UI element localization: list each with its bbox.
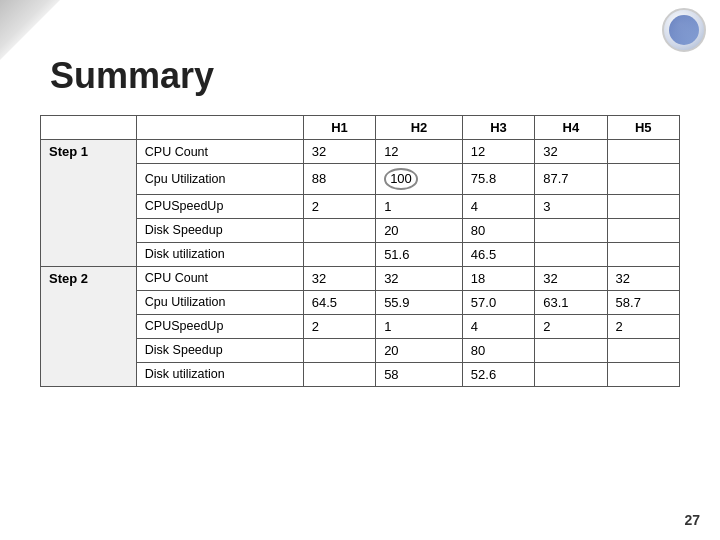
- table-row: Disk utilization 58 52.6: [41, 362, 680, 386]
- header-empty-step: [41, 116, 137, 140]
- s1-cpu-count-h3: 12: [462, 140, 534, 164]
- header-h2: H2: [376, 116, 463, 140]
- s1-cpu-util-h5: [607, 164, 679, 195]
- summary-table: H1 H2 H3 H4 H5 Step 1 CPU Count 32 12 12…: [40, 115, 680, 387]
- s1-disk-speedup-h2: 20: [376, 218, 463, 242]
- s2-disk-util-h4: [535, 362, 607, 386]
- header-h3: H3: [462, 116, 534, 140]
- metric-cpu-speedup-s2: CPUSpeedUp: [136, 314, 303, 338]
- s2-disk-speedup-h3: 80: [462, 338, 534, 362]
- metric-cpu-speedup-s1: CPUSpeedUp: [136, 194, 303, 218]
- metric-cpu-util-s1: Cpu Utilization: [136, 164, 303, 195]
- page-number: 27: [684, 512, 700, 528]
- header-h1: H1: [303, 116, 375, 140]
- s1-disk-util-h5: [607, 242, 679, 266]
- table-row: Cpu Utilization 88 100 75.8 87.7: [41, 164, 680, 195]
- s2-disk-speedup-h4: [535, 338, 607, 362]
- s1-disk-util-h1: [303, 242, 375, 266]
- header-empty-metric: [136, 116, 303, 140]
- step1-label: Step 1: [41, 140, 137, 267]
- s2-cpu-count-h1: 32: [303, 266, 375, 290]
- table-header-row: H1 H2 H3 H4 H5: [41, 116, 680, 140]
- s1-cpu-count-h5: [607, 140, 679, 164]
- metric-cpu-util-s2: Cpu Utilization: [136, 290, 303, 314]
- s1-cpu-count-h4: 32: [535, 140, 607, 164]
- s1-disk-speedup-h4: [535, 218, 607, 242]
- s2-cpu-util-h1: 64.5: [303, 290, 375, 314]
- metric-disk-util-s1: Disk utilization: [136, 242, 303, 266]
- table-row: Step 1 CPU Count 32 12 12 32: [41, 140, 680, 164]
- s1-disk-util-h2: 51.6: [376, 242, 463, 266]
- s1-cpu-util-h3: 75.8: [462, 164, 534, 195]
- s1-cpu-util-h1: 88: [303, 164, 375, 195]
- s1-disk-speedup-h1: [303, 218, 375, 242]
- step2-label: Step 2: [41, 266, 137, 386]
- header-h5: H5: [607, 116, 679, 140]
- s2-cpu-count-h3: 18: [462, 266, 534, 290]
- s1-cpu-util-h4: 87.7: [535, 164, 607, 195]
- s1-cpu-util-h2: 100: [376, 164, 463, 195]
- s2-cpu-count-h2: 32: [376, 266, 463, 290]
- s2-cpu-util-h5: 58.7: [607, 290, 679, 314]
- s1-cpu-count-h1: 32: [303, 140, 375, 164]
- s2-cpu-speedup-h3: 4: [462, 314, 534, 338]
- s1-cpu-count-h2: 12: [376, 140, 463, 164]
- metric-cpu-count-s2: CPU Count: [136, 266, 303, 290]
- s2-disk-speedup-h5: [607, 338, 679, 362]
- s2-disk-util-h5: [607, 362, 679, 386]
- table-row: Cpu Utilization 64.5 55.9 57.0 63.1 58.7: [41, 290, 680, 314]
- table-row: Step 2 CPU Count 32 32 18 32 32: [41, 266, 680, 290]
- s1-cpu-speedup-h2: 1: [376, 194, 463, 218]
- s1-disk-util-h4: [535, 242, 607, 266]
- s2-cpu-speedup-h5: 2: [607, 314, 679, 338]
- s1-cpu-speedup-h1: 2: [303, 194, 375, 218]
- s1-cpu-speedup-h5: [607, 194, 679, 218]
- metric-disk-speedup-s1: Disk Speedup: [136, 218, 303, 242]
- s2-cpu-count-h5: 32: [607, 266, 679, 290]
- logo: [662, 8, 710, 56]
- s2-cpu-speedup-h1: 2: [303, 314, 375, 338]
- summary-table-container: H1 H2 H3 H4 H5 Step 1 CPU Count 32 12 12…: [40, 115, 680, 387]
- page-title: Summary: [50, 55, 214, 97]
- table-row: CPUSpeedUp 2 1 4 2 2: [41, 314, 680, 338]
- top-left-decoration: [0, 0, 60, 60]
- s2-cpu-util-h4: 63.1: [535, 290, 607, 314]
- s1-cpu-speedup-h4: 3: [535, 194, 607, 218]
- s1-disk-speedup-h3: 80: [462, 218, 534, 242]
- s2-disk-util-h2: 58: [376, 362, 463, 386]
- table-row: Disk Speedup 20 80: [41, 338, 680, 362]
- s2-cpu-util-h3: 57.0: [462, 290, 534, 314]
- s2-disk-util-h3: 52.6: [462, 362, 534, 386]
- metric-cpu-count-s1: CPU Count: [136, 140, 303, 164]
- circled-100: 100: [384, 168, 418, 190]
- s1-disk-speedup-h5: [607, 218, 679, 242]
- table-row: Disk utilization 51.6 46.5: [41, 242, 680, 266]
- s2-cpu-speedup-h2: 1: [376, 314, 463, 338]
- s1-disk-util-h3: 46.5: [462, 242, 534, 266]
- s2-disk-speedup-h1: [303, 338, 375, 362]
- s2-cpu-speedup-h4: 2: [535, 314, 607, 338]
- table-row: CPUSpeedUp 2 1 4 3: [41, 194, 680, 218]
- s2-cpu-count-h4: 32: [535, 266, 607, 290]
- s2-disk-util-h1: [303, 362, 375, 386]
- metric-disk-util-s2: Disk utilization: [136, 362, 303, 386]
- metric-disk-speedup-s2: Disk Speedup: [136, 338, 303, 362]
- s2-disk-speedup-h2: 20: [376, 338, 463, 362]
- header-h4: H4: [535, 116, 607, 140]
- s1-cpu-speedup-h3: 4: [462, 194, 534, 218]
- table-row: Disk Speedup 20 80: [41, 218, 680, 242]
- s2-cpu-util-h2: 55.9: [376, 290, 463, 314]
